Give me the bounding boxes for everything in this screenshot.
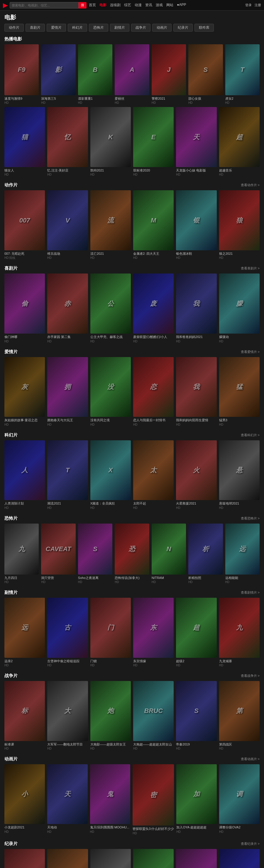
tab-comedy[interactable]: 喜剧片	[26, 24, 45, 32]
movie-card[interactable]: 火火星救援2021HD	[176, 440, 216, 510]
movie-card[interactable]: 古古堡神中偷之暗链追踪HD	[47, 598, 88, 667]
movie-card[interactable]: 影深海第三5HD	[41, 44, 76, 105]
movie-card[interactable]: 天天地动HD	[47, 764, 88, 835]
movie-card[interactable]: 赤赤手家园 第二集HD	[47, 274, 88, 343]
movie-card[interactable]: K凯特2021HD	[90, 107, 131, 177]
nav-movies[interactable]: 电影	[99, 3, 107, 8]
tab-documentary[interactable]: 纪录片	[173, 24, 193, 32]
movie-card[interactable]: NNITRAMHD	[152, 524, 186, 584]
login-link[interactable]: 登录	[245, 3, 252, 7]
nav-variety[interactable]: 综艺	[124, 3, 131, 8]
movie-card[interactable]: 在在公处·公公纪录片HD 已完结	[4, 849, 45, 868]
movie-card[interactable]: 激激战方来HD 2021.11.03	[219, 849, 260, 868]
site-logo[interactable]: ▶	[3, 2, 7, 9]
movie-card[interactable]: 远远亲2HD	[4, 598, 45, 667]
register-link[interactable]: 注册	[255, 3, 261, 7]
movie-card[interactable]: A爱丽丝HD	[115, 44, 149, 105]
movie-card[interactable]: 猛猛男3HD	[219, 357, 260, 427]
movie-card[interactable]: 悬悬疑地球2021HD	[219, 440, 260, 510]
movie-card[interactable]: S帝秦2019HD	[176, 681, 216, 750]
tab-romance[interactable]: 爱情片	[47, 24, 66, 32]
movie-card[interactable]: 猫猫女人HD	[4, 107, 45, 177]
movie-card[interactable]: 调调整分级OVA2HD	[219, 764, 260, 835]
movie-card[interactable]: 公公主大甲壳、赫客之战HD	[90, 274, 131, 343]
nav-app[interactable]: ●APP	[177, 3, 186, 8]
movie-card[interactable]: 超超越音乐HD	[219, 107, 260, 177]
movie-card[interactable]: CAVEAT洞穴管营HD	[41, 524, 76, 584]
movie-card[interactable]: XX频道：全员疯狂HD	[90, 440, 131, 510]
tab-action[interactable]: 动作片	[4, 24, 24, 32]
movie-card[interactable]: S甜心女孩HD	[188, 44, 223, 105]
movie-card[interactable]: 流流亡2021HD	[90, 190, 131, 260]
movie-card[interactable]: 门门锁HD	[90, 598, 131, 667]
movie-card[interactable]: 忆忆.注注·美好店HD	[47, 107, 88, 177]
movie-card[interactable]: 小小龙超剧2021HD	[4, 764, 45, 835]
movie-card[interactable]: T虎女2HD	[225, 44, 260, 105]
movie-card[interactable]: F9速度与激情9HD	[4, 44, 39, 105]
tab-drama[interactable]: 剧情片	[110, 24, 129, 32]
movie-card[interactable]: 九九月四日HD	[4, 524, 39, 584]
movie-card[interactable]: 密密探联盟头3:什么好好不少少HD	[133, 764, 174, 835]
movie-card[interactable]: BRUC大炮超——超超超太郎女山HD	[133, 681, 174, 750]
movie-card[interactable]: 007007: 无暇赴死HD 院线	[4, 190, 45, 260]
movie-card[interactable]: 偷偷门神哪HD	[4, 274, 45, 343]
nav-series[interactable]: 连续剧	[110, 3, 121, 8]
scifi-more-link[interactable]: 查看科幻片 >	[241, 433, 260, 437]
nav-anime[interactable]: 动漫	[135, 3, 142, 8]
movie-card[interactable]: 超超级2HD	[176, 598, 216, 667]
movie-card[interactable]: 恐恐怖传说(加拿大)HD	[115, 524, 149, 584]
movie-card[interactable]: 远远相能能HD	[225, 524, 260, 584]
movie-card[interactable]: V维京战场HD	[47, 190, 88, 260]
search-button[interactable]: 搜	[79, 2, 87, 8]
movie-card[interactable]: E双标准2020HD	[133, 107, 174, 177]
movie-card[interactable]: 恋恋人与我最后一封情书HD	[133, 357, 174, 427]
documentary-more-link[interactable]: 查看纪录片 >	[241, 842, 260, 846]
movie-card[interactable]: 银银色溜冰鞋HD	[176, 190, 216, 260]
movie-card[interactable]: 东东京情缘HD	[133, 598, 174, 667]
tab-animation[interactable]: 动画片	[152, 24, 172, 32]
movie-card[interactable]: 狼狼之2021HD	[219, 190, 260, 260]
movie-card[interactable]: 加加入OYA·超超超超超HD	[176, 764, 217, 835]
movie-card[interactable]: 鬼鬼灭/回到围围围 MOOHU...HD	[90, 764, 130, 835]
movie-card[interactable]: M金属者2: 四大天王HD	[133, 190, 174, 260]
drama-more-link[interactable]: 查看剧情片 >	[241, 590, 260, 595]
movie-card[interactable]: 没没有共同之境HD	[90, 357, 131, 427]
search-input[interactable]	[10, 2, 79, 8]
war-more-link[interactable]: 查看战争片 >	[241, 674, 260, 678]
movie-card[interactable]: SSoho之夜迷离HD	[78, 524, 112, 584]
comedy-more-link[interactable]: 查看喜剧片 >	[241, 266, 260, 271]
romance-more-link[interactable]: 查看爱情片 >	[241, 350, 260, 354]
movie-card[interactable]: 问问问问个问题HD	[176, 849, 216, 868]
movie-card[interactable]: 人人类清除计划HD	[4, 440, 45, 510]
movie-card[interactable]: 太太郎不起HD	[133, 440, 174, 510]
movie-card[interactable]: 大大军军——翻地太郎节目HD	[47, 681, 88, 750]
movie-card[interactable]: 朦朦胧动HD	[219, 274, 260, 343]
nav-games[interactable]: 游戏	[156, 3, 163, 8]
animation-more-link[interactable]: 查看动画片 >	[241, 757, 260, 761]
movie-card[interactable]: 废废柴联盟们/酷酷们/小人HD	[133, 274, 174, 343]
movie-card[interactable]: 灰灰姑娘的故事·童话之恋HD	[4, 357, 45, 427]
tab-horror[interactable]: 恐怖片	[89, 24, 108, 32]
tab-war[interactable]: 战争片	[131, 24, 150, 32]
movie-card[interactable]: 清清除大战 第二季HD 2021.11.09	[133, 849, 174, 868]
movie-card[interactable]: 天天龙版小心妹 电影版HD	[176, 107, 216, 177]
movie-card[interactable]: 析析精拍照HD	[188, 524, 223, 584]
movie-card[interactable]: 追追及HD	[90, 849, 131, 868]
movie-card[interactable]: 我我和爸爸妈妈2021HD	[176, 274, 216, 343]
movie-card[interactable]: 新新年HD	[47, 849, 88, 868]
tab-scifi[interactable]: 科幻片	[68, 24, 87, 32]
nav-home[interactable]: 首页	[89, 3, 96, 8]
movie-card[interactable]: 九九龙城寨HD	[219, 598, 260, 667]
horror-more-link[interactable]: 查看恐怖片 >	[241, 516, 260, 521]
movie-card[interactable]: B谍影重重1HD	[78, 44, 112, 105]
movie-card[interactable]: 我我和妈妈向阳而生爱情HD	[176, 357, 216, 427]
movie-card[interactable]: J警察2021HD	[152, 44, 186, 105]
movie-card[interactable]: 第第四战区HD	[219, 681, 260, 750]
movie-card[interactable]: 标标准课HD	[4, 681, 45, 750]
nav-website[interactable]: 网站	[166, 3, 173, 8]
nav-news[interactable]: 资讯	[145, 3, 152, 8]
movie-card[interactable]: 拥拥抱春天与大玩王HD	[47, 357, 88, 427]
movie-card[interactable]: T潮流2021HD	[47, 440, 88, 510]
movie-card[interactable]: 炮大炮影——超级太郎女王HD	[90, 681, 131, 750]
action-more-link[interactable]: 查看动作片 >	[241, 183, 260, 187]
